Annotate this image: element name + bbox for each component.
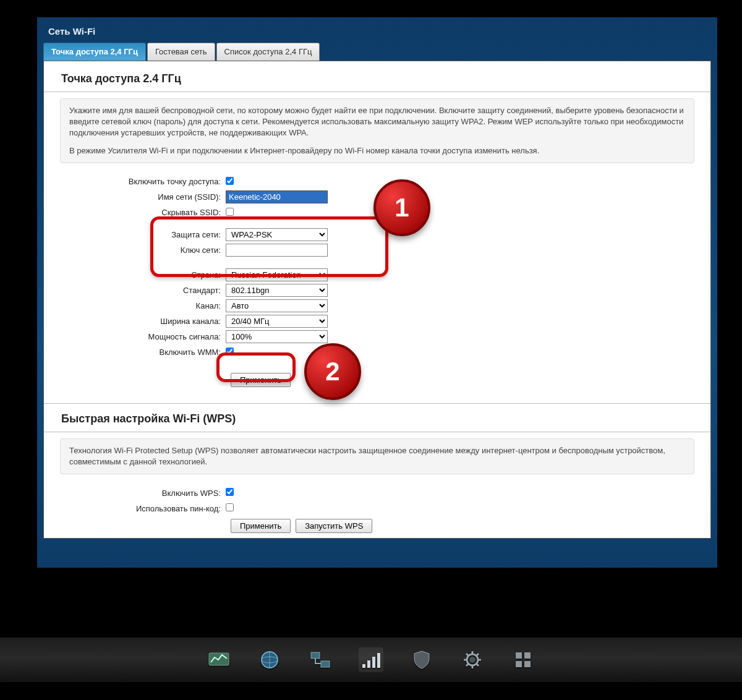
select-channel-width[interactable]: 20/40 МГц bbox=[226, 315, 328, 328]
globe-icon[interactable] bbox=[257, 647, 282, 672]
apply-ap-button[interactable]: Применить bbox=[231, 373, 291, 387]
svg-rect-8 bbox=[372, 657, 375, 668]
checkbox-hide-ssid[interactable] bbox=[226, 208, 234, 216]
label-use-pin: Использовать пин-код: bbox=[60, 504, 226, 513]
svg-rect-9 bbox=[377, 653, 380, 668]
svg-rect-23 bbox=[524, 661, 531, 667]
select-security[interactable]: WPA2-PSK bbox=[226, 228, 328, 241]
divider bbox=[44, 403, 710, 404]
label-ssid: Имя сети (SSID): bbox=[60, 192, 226, 202]
svg-rect-21 bbox=[524, 652, 531, 659]
input-ssid[interactable] bbox=[226, 190, 328, 203]
tab-access-list[interactable]: Список доступа 2,4 ГГц bbox=[216, 43, 320, 61]
tab-access-point[interactable]: Точка доступа 2,4 ГГц bbox=[43, 43, 146, 61]
apply-wps-button[interactable]: Применить bbox=[231, 519, 291, 533]
label-wmm: Включить WMM: bbox=[60, 348, 226, 357]
wps-heading: Быстрая настройка Wi-Fi (WPS) bbox=[44, 410, 710, 429]
select-country[interactable]: Russian Federation bbox=[226, 268, 328, 281]
checkbox-wmm[interactable] bbox=[226, 348, 234, 356]
ap-info-p1: Укажите имя для вашей беспроводной сети,… bbox=[69, 105, 685, 139]
navigation-dock bbox=[0, 637, 742, 683]
label-power: Мощность сигнала: bbox=[60, 332, 226, 341]
wifi-bars-icon[interactable] bbox=[359, 647, 383, 672]
apps-icon[interactable] bbox=[511, 647, 535, 672]
label-hide-ssid: Скрывать SSID: bbox=[60, 208, 226, 217]
label-security: Защита сети: bbox=[60, 230, 226, 239]
svg-rect-5 bbox=[321, 661, 330, 667]
svg-rect-20 bbox=[516, 652, 522, 659]
tab-guest-network[interactable]: Гостевая сеть bbox=[147, 43, 215, 61]
label-key: Ключ сети: bbox=[60, 245, 226, 255]
tabs-bar: Точка доступа 2,4 ГГц Гостевая сеть Спис… bbox=[37, 43, 717, 61]
label-country: Страна: bbox=[60, 270, 226, 280]
network-icon[interactable] bbox=[308, 647, 333, 672]
label-width: Ширина канала: bbox=[60, 317, 226, 326]
checkbox-enable-wps[interactable] bbox=[226, 488, 234, 496]
content-panel: Точка доступа 2.4 ГГц Укажите имя для ва… bbox=[43, 61, 711, 539]
svg-rect-4 bbox=[311, 652, 320, 659]
divider bbox=[44, 92, 710, 92]
ap-info-box: Укажите имя для вашей беспроводной сети,… bbox=[60, 98, 694, 163]
label-enable-wps: Включить WPS: bbox=[60, 489, 226, 498]
shield-icon[interactable] bbox=[409, 647, 434, 672]
label-channel: Канал: bbox=[60, 301, 226, 310]
start-wps-button[interactable]: Запустить WPS bbox=[296, 519, 372, 533]
svg-rect-6 bbox=[362, 664, 365, 668]
ap-heading: Точка доступа 2.4 ГГц bbox=[44, 61, 710, 89]
wps-info-box: Технология Wi-Fi Protected Setup (WPS) п… bbox=[60, 438, 694, 474]
svg-rect-7 bbox=[367, 660, 370, 668]
divider bbox=[44, 432, 710, 432]
gear-icon[interactable] bbox=[460, 647, 485, 672]
select-standard[interactable]: 802.11bgn bbox=[226, 284, 328, 297]
checkbox-use-pin[interactable] bbox=[226, 503, 234, 511]
svg-point-10 bbox=[469, 657, 475, 663]
page-title: Сеть Wi-Fi bbox=[37, 17, 717, 43]
router-admin-panel: Сеть Wi-Fi Точка доступа 2,4 ГГц Гостева… bbox=[37, 17, 717, 568]
svg-rect-22 bbox=[516, 661, 522, 667]
wps-form: Включить WPS: Использовать пин-код: Прим… bbox=[44, 483, 710, 538]
checkbox-enable-ap[interactable] bbox=[226, 177, 234, 185]
input-network-key[interactable] bbox=[226, 244, 328, 257]
label-standard: Стандарт: bbox=[60, 286, 226, 295]
wps-info-text: Технология Wi-Fi Protected Setup (WPS) п… bbox=[69, 445, 685, 467]
label-enable-ap: Включить точку доступа: bbox=[60, 177, 226, 186]
ap-form: Включить точку доступа: Имя сети (SSID):… bbox=[44, 172, 710, 392]
monitor-icon[interactable] bbox=[207, 647, 231, 672]
select-signal-power[interactable]: 100% bbox=[226, 330, 328, 343]
select-channel[interactable]: Авто bbox=[226, 299, 328, 312]
ap-info-p2: В режиме Усилителя Wi-Fi и при подключен… bbox=[69, 145, 685, 156]
